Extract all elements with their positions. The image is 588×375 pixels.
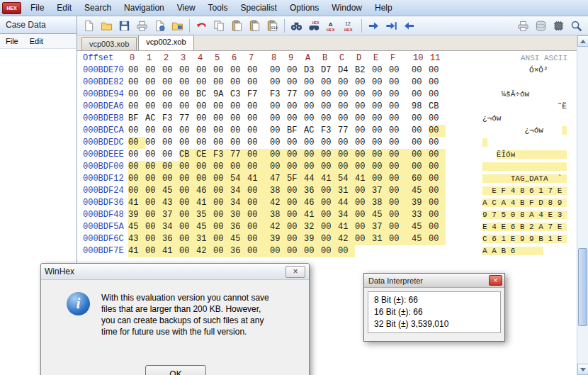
hex-byte[interactable]: 00 bbox=[213, 137, 230, 149]
hex-byte[interactable]: 32 bbox=[304, 221, 321, 233]
hex-byte[interactable]: 00 bbox=[321, 161, 338, 173]
hex-byte[interactable]: F3 bbox=[270, 89, 287, 101]
menu-navigation[interactable]: Navigation bbox=[118, 0, 171, 16]
hex-byte[interactable]: 00 bbox=[287, 233, 304, 245]
hex-byte[interactable]: 00 bbox=[389, 197, 412, 209]
hex-byte[interactable]: 00 bbox=[230, 161, 247, 173]
row-ascii[interactable]: ˜Ë bbox=[482, 101, 567, 113]
hex-byte[interactable]: 00 bbox=[270, 101, 287, 113]
hex-byte[interactable]: 00 bbox=[196, 173, 213, 185]
hex-byte[interactable]: 00 bbox=[338, 149, 355, 161]
hex-byte[interactable]: 00 bbox=[338, 245, 355, 257]
hex-byte[interactable]: 00 bbox=[389, 233, 412, 245]
hex-byte[interactable]: 39 bbox=[128, 209, 145, 221]
hex-byte[interactable]: 00 bbox=[179, 185, 196, 197]
open-file-icon[interactable] bbox=[98, 18, 115, 34]
hex-byte[interactable]: 00 bbox=[321, 113, 338, 125]
hex-byte[interactable]: 54 bbox=[338, 173, 355, 185]
hex-byte[interactable]: 00 bbox=[162, 77, 179, 89]
hex-byte[interactable]: 00 bbox=[389, 221, 412, 233]
hex-byte[interactable]: 44 bbox=[338, 197, 355, 209]
hex-byte[interactable]: 00 bbox=[145, 161, 162, 173]
row-offset[interactable]: 000BDF6C bbox=[77, 233, 128, 245]
hex-byte[interactable]: 00 bbox=[355, 209, 372, 221]
hex-byte[interactable]: 00 bbox=[287, 185, 304, 197]
row-offset[interactable]: 000BDF24 bbox=[77, 185, 128, 197]
hex-byte[interactable]: 00 bbox=[372, 77, 389, 89]
hex-byte[interactable]: D7 bbox=[321, 65, 338, 77]
hex-byte[interactable]: 00 bbox=[412, 149, 429, 161]
row-ascii[interactable]: ¼šÃ÷ów bbox=[482, 89, 567, 101]
hex-byte[interactable]: 00 bbox=[247, 221, 270, 233]
hex-byte[interactable]: 37 bbox=[162, 209, 179, 221]
file-properties-icon[interactable] bbox=[152, 18, 168, 34]
hex-byte[interactable]: 00 bbox=[321, 77, 338, 89]
hex-byte[interactable]: 00 bbox=[287, 221, 304, 233]
hex-byte[interactable]: 00 bbox=[429, 77, 446, 89]
goto-end-icon[interactable] bbox=[383, 18, 400, 34]
hex-byte[interactable]: 00 bbox=[338, 89, 355, 101]
hex-byte[interactable]: AC bbox=[304, 125, 321, 137]
row-offset[interactable]: 000BDF12 bbox=[77, 173, 128, 185]
hex-byte[interactable]: 00 bbox=[196, 113, 213, 125]
hex-byte[interactable]: 00 bbox=[230, 125, 247, 137]
hex-byte[interactable]: 60 bbox=[412, 173, 429, 185]
hex-byte[interactable]: 00 bbox=[213, 185, 230, 197]
hex-byte[interactable]: 00 bbox=[355, 197, 372, 209]
drive-image-icon[interactable] bbox=[550, 18, 567, 34]
hex-byte[interactable]: 00 bbox=[145, 245, 162, 257]
hex-byte[interactable]: 45 bbox=[162, 185, 179, 197]
hex-byte[interactable]: 00 bbox=[355, 185, 372, 197]
hex-byte[interactable]: BC bbox=[196, 89, 213, 101]
hex-byte[interactable]: AC bbox=[145, 113, 162, 125]
hex-byte[interactable]: 77 bbox=[230, 149, 247, 161]
case-menu-edit[interactable]: Edit bbox=[24, 34, 49, 48]
hex-byte[interactable]: 00 bbox=[145, 77, 162, 89]
hex-byte[interactable]: 00 bbox=[287, 245, 304, 257]
hex-byte[interactable]: 31 bbox=[338, 185, 355, 197]
hex-byte[interactable]: 41 bbox=[162, 245, 179, 257]
hex-byte[interactable]: 00 bbox=[355, 161, 372, 173]
hex-byte[interactable]: 37 bbox=[372, 221, 389, 233]
hex-byte[interactable]: 36 bbox=[304, 185, 321, 197]
hex-byte[interactable]: 34 bbox=[162, 221, 179, 233]
hex-byte[interactable]: 00 bbox=[162, 89, 179, 101]
hex-byte[interactable]: 00 bbox=[128, 185, 145, 197]
hex-byte[interactable]: 00 bbox=[355, 149, 372, 161]
case-menu-file[interactable]: File bbox=[0, 34, 24, 48]
menu-file[interactable]: File bbox=[24, 0, 50, 16]
hex-byte[interactable]: 00 bbox=[321, 137, 338, 149]
hex-byte[interactable]: 44 bbox=[304, 173, 321, 185]
hex-byte[interactable]: 00 bbox=[355, 89, 372, 101]
hex-byte[interactable]: 00 bbox=[247, 101, 270, 113]
new-file-icon[interactable] bbox=[81, 18, 97, 34]
hex-byte[interactable]: 00 bbox=[287, 77, 304, 89]
hex-byte[interactable]: 00 bbox=[355, 125, 372, 137]
hex-byte[interactable]: 00 bbox=[196, 77, 213, 89]
hex-byte[interactable]: 00 bbox=[162, 125, 179, 137]
hex-byte[interactable]: 00 bbox=[338, 77, 355, 89]
hex-byte[interactable]: 00 bbox=[372, 125, 389, 137]
hex-byte[interactable]: 00 bbox=[247, 125, 270, 137]
hex-byte[interactable]: 00 bbox=[321, 245, 338, 257]
hex-byte[interactable]: 00 bbox=[128, 125, 145, 137]
hex-byte[interactable]: 00 bbox=[196, 65, 213, 77]
ok-button[interactable]: OK bbox=[145, 365, 206, 375]
hex-byte[interactable]: 00 bbox=[389, 161, 412, 173]
hex-byte[interactable]: 00 bbox=[287, 137, 304, 149]
hex-byte[interactable]: 00 bbox=[179, 245, 196, 257]
find-hex-icon[interactable]: HEX bbox=[306, 18, 322, 34]
hex-byte[interactable]: 45 bbox=[372, 209, 389, 221]
hex-byte[interactable]: 00 bbox=[145, 125, 162, 137]
hex-byte[interactable]: 46 bbox=[304, 197, 321, 209]
hex-byte[interactable]: 00 bbox=[389, 173, 412, 185]
hex-byte[interactable]: 00 bbox=[247, 113, 270, 125]
row-offset[interactable]: 000BDF7E bbox=[77, 245, 128, 257]
hex-byte[interactable]: 41 bbox=[338, 221, 355, 233]
hex-byte[interactable]: 00 bbox=[355, 137, 372, 149]
hex-byte[interactable]: 34 bbox=[230, 197, 247, 209]
hex-byte[interactable]: 00 bbox=[338, 101, 355, 113]
hex-byte[interactable]: 00 bbox=[304, 101, 321, 113]
hex-byte[interactable]: 45 bbox=[128, 221, 145, 233]
hex-byte[interactable]: 00 bbox=[389, 149, 412, 161]
